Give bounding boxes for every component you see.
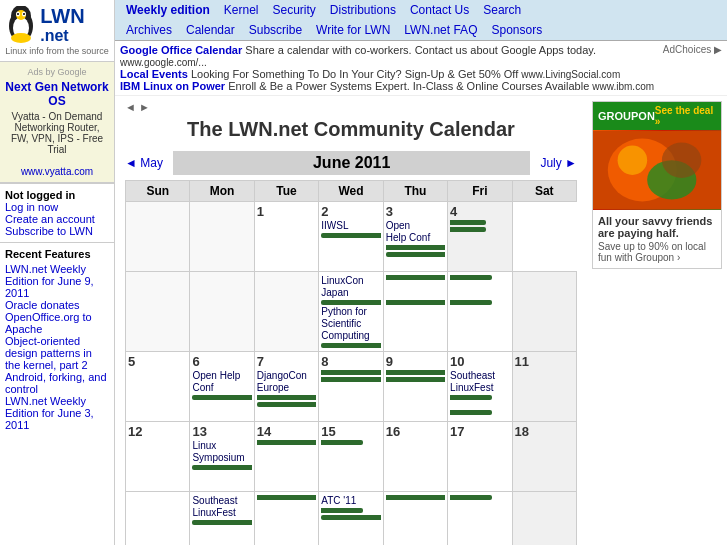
- day-cell-jun18: 18: [512, 422, 576, 492]
- nav-row-1: Weekly edition Kernel Security Distribut…: [115, 0, 727, 20]
- empty-cell: [190, 202, 254, 272]
- recent-item-5[interactable]: LWN.net Weekly Edition for June 3, 2011: [5, 395, 109, 431]
- day-cell-jun2: 2 IIWSL: [319, 202, 383, 272]
- nav-write[interactable]: Write for LWN: [310, 22, 396, 38]
- ads-label: Ads by Google: [5, 67, 109, 77]
- event-bar: [192, 395, 251, 400]
- nav-small-prev[interactable]: ◄: [125, 101, 136, 113]
- ad-local-title[interactable]: Local Events: [120, 68, 188, 80]
- day-number: 14: [257, 424, 316, 439]
- day-number: 17: [450, 424, 509, 439]
- recent-item-4[interactable]: Android, forking, and control: [5, 371, 109, 395]
- logo-net: .net: [40, 27, 84, 45]
- col-tue: Tue: [254, 181, 318, 202]
- event-bar: [386, 275, 445, 280]
- nav-archives[interactable]: Archives: [120, 22, 178, 38]
- col-sat: Sat: [512, 181, 576, 202]
- recent-item-3[interactable]: Object-oriented design patterns in the k…: [5, 335, 109, 371]
- nav-small-next[interactable]: ►: [139, 101, 150, 113]
- nav-search[interactable]: Search: [477, 2, 527, 18]
- event-bar: [386, 370, 445, 375]
- day-number: 5: [128, 354, 187, 369]
- nav-weekly-edition[interactable]: Weekly edition: [120, 2, 216, 18]
- col-thu: Thu: [383, 181, 447, 202]
- ad-ibm-url: www.ibm.com: [592, 81, 654, 92]
- event-name[interactable]: Southeast LinuxFest: [450, 370, 509, 394]
- event-bar: [386, 377, 445, 382]
- nav-security[interactable]: Security: [267, 2, 322, 18]
- day-cell-jun14: 14: [254, 422, 318, 492]
- sidebar-ad-title[interactable]: Next Gen Network OS: [5, 80, 109, 108]
- event-name[interactable]: IIWSL: [321, 220, 380, 232]
- ad-local-text: Looking For Something To Do In Your City…: [188, 68, 521, 80]
- ad-google-title[interactable]: Google Office Calendar: [120, 44, 242, 56]
- site-logo: LWN .net Linux info from the source: [0, 0, 114, 62]
- event-name[interactable]: Open Help Conf: [192, 370, 251, 394]
- empty-cell: [126, 492, 190, 546]
- day-number: 7: [257, 354, 316, 369]
- event-bar: [321, 233, 380, 238]
- groupon-title: GROUPON: [598, 110, 655, 122]
- day-number: 8: [321, 354, 380, 369]
- event-name[interactable]: DjangoCon Europe: [257, 370, 316, 394]
- ad-ibm-text: Enroll & Be a Power Systems Expert. In-C…: [225, 80, 592, 92]
- recent-features: Recent Features LWN.net Weekly Edition f…: [0, 242, 114, 436]
- event-bar: [450, 220, 486, 225]
- event-name[interactable]: LinuxCon Japan: [321, 275, 380, 299]
- calendar-wrapper: ◄ ► The LWN.net Community Calendar ◄ May…: [115, 96, 587, 545]
- event-bar: [386, 245, 445, 250]
- event-name[interactable]: ATC '11: [321, 495, 380, 507]
- groupon-text: All your savvy friends are paying half. …: [593, 210, 721, 268]
- table-row: 5 6 Open Help Conf 7 DjangoCon Europe: [126, 352, 577, 422]
- nav-contact[interactable]: Contact Us: [404, 2, 475, 18]
- event-name[interactable]: Southeast LinuxFest: [192, 495, 251, 519]
- svg-point-12: [662, 142, 701, 177]
- nav-distributions[interactable]: Distributions: [324, 2, 402, 18]
- recent-item-1[interactable]: LWN.net Weekly Edition for June 9, 2011: [5, 263, 109, 299]
- event-name[interactable]: Python for Scientific Computing: [321, 306, 380, 342]
- prev-month-link[interactable]: ◄ May: [125, 156, 163, 170]
- event-bar: [386, 300, 445, 305]
- groupon-sub-text: Save up to 90% on local fun with Groupon…: [598, 241, 716, 263]
- empty-cell: [512, 492, 576, 546]
- login-link[interactable]: Log in now: [5, 201, 109, 213]
- day-cell-southeast: Southeast LinuxFest: [190, 492, 254, 546]
- table-row: LinuxCon Japan Python for Scientific Com…: [126, 272, 577, 352]
- col-wed: Wed: [319, 181, 383, 202]
- empty-cell: [126, 202, 190, 272]
- groupon-deal[interactable]: See the deal »: [655, 105, 716, 127]
- empty-cell: [126, 272, 190, 352]
- event-name[interactable]: Linux Symposium: [192, 440, 251, 464]
- empty-cell: [512, 272, 576, 352]
- next-month-link[interactable]: July ►: [540, 156, 577, 170]
- day-cell-atc: ATC '11: [319, 492, 383, 546]
- nav-subscribe[interactable]: Subscribe: [243, 22, 308, 38]
- day-number: 9: [386, 354, 445, 369]
- day-cell-jun13: 13 Linux Symposium: [190, 422, 254, 492]
- day-number: 13: [192, 424, 251, 439]
- day-cell-jun1: 1: [254, 202, 318, 272]
- groupon-image: [593, 130, 721, 210]
- month-nav: ◄ May June 2011 July ►: [125, 151, 577, 175]
- event-name[interactable]: OpenHelp Conf: [386, 220, 445, 244]
- ad-ibm-title[interactable]: IBM Linux on Power: [120, 80, 225, 92]
- create-account-link[interactable]: Create an account: [5, 213, 109, 225]
- recent-item-2[interactable]: Oracle donates OpenOffice.org to Apache: [5, 299, 109, 335]
- event-bar: [321, 515, 380, 520]
- sidebar-ad-link[interactable]: www.vyatta.com: [5, 166, 109, 177]
- day-number: 6: [192, 354, 251, 369]
- nav-faq[interactable]: LWN.net FAQ: [398, 22, 483, 38]
- calendar-container: ◄ ► The LWN.net Community Calendar ◄ May…: [115, 96, 587, 545]
- day-cell-jun9: 9: [383, 352, 447, 422]
- nav-sponsors[interactable]: Sponsors: [485, 22, 548, 38]
- nav-kernel[interactable]: Kernel: [218, 2, 265, 18]
- current-month: June 2011: [173, 151, 531, 175]
- day-cell-jun10: 10 Southeast LinuxFest: [448, 352, 512, 422]
- nav-calendar[interactable]: Calendar: [180, 22, 241, 38]
- logo-lwn: LWN: [40, 5, 84, 27]
- event-bar: [386, 495, 445, 500]
- event-bar: [192, 465, 251, 470]
- subscribe-link[interactable]: Subscribe to LWN: [5, 225, 109, 237]
- table-row: 12 13 Linux Symposium 14: [126, 422, 577, 492]
- groupon-header: GROUPON See the deal »: [593, 102, 721, 130]
